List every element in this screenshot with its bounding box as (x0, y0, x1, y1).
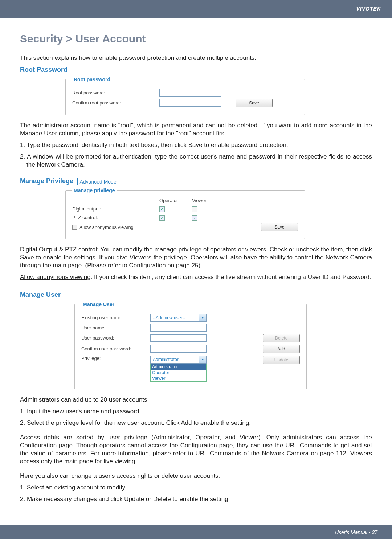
col-operator-header: Operator (159, 198, 192, 203)
root-password-save-button[interactable]: Save (236, 99, 273, 107)
manage-privilege-heading-row: Manage Privilege Advanced Mode (20, 177, 372, 185)
manage-user-fieldset: Manage User Existing user name: --Add ne… (74, 301, 307, 389)
mu-c2: 2. Make necessary changes and click Upda… (20, 495, 372, 503)
digital-output-label: Digital output: (72, 206, 159, 212)
root-password-legend: Root password (72, 77, 112, 82)
footer-text: User's Manual - 37 (335, 529, 377, 535)
allow-anonymous-label: Allow anonymous viewing (79, 225, 134, 230)
intro-text: This section explains how to enable pass… (20, 54, 372, 62)
manage-privilege-fieldset: Manage privilege Operator Viewer Digital… (65, 188, 305, 239)
mu-s2: 2. Select the privilege level for the ne… (20, 419, 372, 427)
priv-anon-rest: : If you check this item, any client can… (91, 274, 371, 280)
root-desc-s1: 1. Type the password identically in both… (20, 141, 372, 149)
privilege-label: Privilege: (81, 356, 150, 361)
priv-text-p2: Allow anonymous viewing: If you check th… (20, 273, 372, 281)
manage-privilege-heading: Manage Privilege (20, 177, 73, 185)
brand-label: VIVOTEK (356, 6, 381, 12)
col-viewer-header: Viewer (192, 198, 225, 203)
page-title: Security > User Account (20, 33, 372, 45)
update-user-button[interactable]: Update (263, 356, 300, 364)
root-password-label: Root password: (72, 90, 159, 95)
root-password-panel: Root password Root password: Confirm roo… (65, 77, 372, 115)
add-user-button[interactable]: Add (263, 345, 300, 353)
user-password-input[interactable] (150, 334, 207, 342)
existing-user-label: Existing user name: (81, 315, 150, 320)
existing-user-select[interactable]: --Add new user-- ▾ (150, 314, 207, 322)
privilege-option-viewer[interactable]: Viewer (151, 376, 206, 381)
chevron-down-icon: ▾ (199, 314, 206, 321)
mu-intro: Administrators can add up to 20 user acc… (20, 396, 372, 404)
user-name-input[interactable] (150, 324, 207, 332)
manage-user-heading: Manage User (20, 291, 372, 299)
root-password-fieldset: Root password Root password: Confirm roo… (65, 77, 305, 115)
mu-access: Access rights are sorted by user privile… (20, 434, 372, 465)
digital-output-viewer-checkbox[interactable]: ✓ (192, 206, 197, 212)
priv-do-ptz-label: Digital Output & PTZ control (20, 246, 97, 253)
mu-change: Here you also can change a user's access… (20, 472, 372, 480)
root-password-heading: Root Password (20, 66, 372, 74)
root-desc-s2: 2. A window will be prompted for authent… (20, 153, 372, 169)
ptz-viewer-checkbox[interactable]: ✓ (192, 215, 197, 221)
digital-output-operator-checkbox[interactable]: ✓ (159, 206, 165, 212)
root-desc-p1: The administrator account name is "root"… (20, 122, 372, 138)
privilege-select[interactable]: Administrator ▾ Administrator Operator V… (150, 356, 207, 382)
advanced-mode-badge: Advanced Mode (77, 178, 119, 185)
privilege-option-administrator[interactable]: Administrator (151, 364, 206, 370)
ptz-operator-checkbox[interactable]: ✓ (159, 215, 165, 221)
manage-user-panel: Manage User Existing user name: --Add ne… (74, 301, 372, 389)
manage-user-legend: Manage User (81, 301, 116, 307)
privilege-option-operator[interactable]: Operator (151, 370, 206, 376)
chevron-down-icon: ▾ (199, 356, 206, 363)
existing-user-value: --Add new user-- (153, 315, 185, 320)
header-banner: VIVOTEK (0, 0, 392, 18)
user-password-label: User password: (81, 335, 150, 341)
confirm-root-password-input[interactable] (159, 99, 221, 107)
priv-text-p1: Digital Output & PTZ control: You can mo… (20, 246, 372, 270)
manage-privilege-legend: Manage privilege (72, 188, 117, 193)
delete-user-button[interactable]: Delete (263, 334, 300, 342)
ptz-control-label: PTZ control: (72, 215, 159, 220)
allow-anonymous-checkbox[interactable] (72, 225, 77, 230)
root-password-input[interactable] (159, 89, 221, 97)
priv-anon-label: Allow anonymous viewing (20, 274, 91, 280)
privilege-value: Administrator (153, 357, 179, 362)
privilege-dropdown-list: Administrator Operator Viewer (150, 364, 207, 382)
page-footer: User's Manual - 37 (0, 525, 392, 539)
mu-s1: 1. Input the new user's name and passwor… (20, 407, 372, 415)
confirm-root-password-label: Confirm root password: (72, 100, 159, 106)
mu-c1: 1. Select an existing account to modify. (20, 484, 372, 492)
confirm-user-password-input[interactable] (150, 345, 207, 353)
page-content: Security > User Account This section exp… (0, 18, 392, 518)
user-name-label: User name: (81, 325, 150, 331)
manage-privilege-save-button[interactable]: Save (261, 223, 298, 231)
confirm-user-password-label: Confirm user password: (81, 346, 150, 352)
manage-privilege-panel: Manage privilege Operator Viewer Digital… (65, 188, 372, 239)
